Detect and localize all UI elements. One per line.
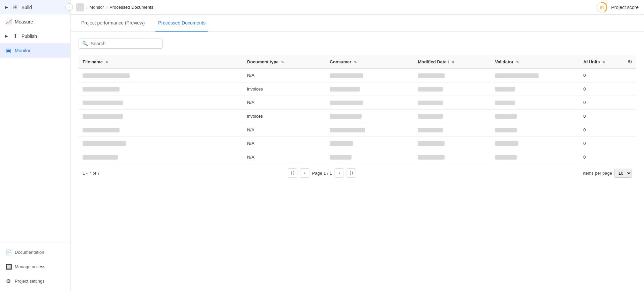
cell-filename-3 [79, 109, 243, 123]
build-chevron-icon: ▶ [5, 5, 8, 9]
table-area: 🔍 File name ⇅ Document type ⇅ [71, 32, 644, 291]
cell-consumer-1 [326, 82, 414, 96]
sort-moddate-icon[interactable]: ⇅ [452, 60, 454, 64]
cell-moddate-0 [414, 69, 491, 82]
main-content: › Monitor › Processed Documents 64 Proje… [71, 0, 644, 291]
tab-processed-documents[interactable]: Processed Documents [155, 15, 208, 32]
info-moddate-icon: ℹ [448, 60, 449, 64]
score-value: 64 [600, 5, 604, 9]
table-row: invoices 0 [79, 109, 636, 123]
table-row: N/A 0 [79, 136, 636, 150]
cell-moddate-6 [414, 150, 491, 164]
pagination-first-button[interactable]: ⟨⟨ [288, 168, 297, 178]
sidebar-item-label-project-settings: Project settings [15, 279, 45, 284]
cell-actions-5 [624, 136, 636, 150]
sidebar-item-manage-access[interactable]: 🔲 Manage access [0, 259, 70, 274]
cell-doctype-3: invoices [243, 109, 326, 123]
sidebar-item-documentation[interactable]: 📄 Documentation [0, 245, 70, 259]
table-row: N/A 0 [79, 123, 636, 137]
project-score-widget: 64 Project score [596, 1, 639, 13]
sidebar-item-project-settings[interactable]: ⚙ Project settings [0, 274, 70, 288]
tab-bar: Project performance (Preview) Processed … [71, 15, 644, 32]
cell-actions-0 [624, 69, 636, 82]
cell-moddate-2 [414, 96, 491, 110]
breadcrumb-monitor: Monitor [89, 5, 104, 10]
search-box: 🔍 [79, 39, 163, 49]
cell-aiunits-3: 0 [579, 109, 624, 123]
measure-icon: 📈 [5, 18, 11, 25]
publish-icon: ⬆ [12, 33, 18, 39]
cell-validator-0 [491, 69, 579, 82]
sidebar-item-publish[interactable]: ▶ ⬆ Publish [0, 29, 70, 43]
th-moddate: Modified Date ℹ ⇅ [414, 55, 491, 69]
cell-consumer-4 [326, 123, 414, 137]
cell-doctype-6: N/A [243, 150, 326, 164]
monitor-icon: ▣ [5, 47, 11, 54]
sort-consumer-icon[interactable]: ⇅ [354, 60, 357, 64]
sidebar-collapse-button[interactable]: ‹ [65, 3, 73, 11]
sidebar-item-build[interactable]: ▶ ⊞ Build [0, 0, 70, 14]
documentation-icon: 📄 [5, 249, 11, 255]
cell-moddate-5 [414, 136, 491, 150]
table-row: N/A 0 [79, 96, 636, 110]
sort-filename-icon[interactable]: ⇅ [105, 60, 108, 64]
sort-doctype-icon[interactable]: ⇅ [281, 60, 284, 64]
cell-moddate-4 [414, 123, 491, 137]
cell-validator-3 [491, 109, 579, 123]
pagination-last-button[interactable]: ⟩⟩ [347, 168, 356, 178]
sidebar-item-monitor[interactable]: ▣ Monitor [0, 43, 70, 58]
breadcrumb-sep-1: › [86, 5, 87, 10]
pagination-range: 1 - 7 of 7 [83, 171, 100, 176]
pagination-prev-button[interactable]: ‹ [300, 168, 309, 178]
breadcrumb-sep-2: › [106, 5, 107, 10]
table-body: N/A 0 invoices [79, 69, 636, 164]
table-row: N/A 0 [79, 69, 636, 82]
cell-actions-1 [624, 82, 636, 96]
content-area: Project performance (Preview) Processed … [71, 15, 644, 291]
cell-aiunits-1: 0 [579, 82, 624, 96]
project-score-label: Project score [611, 5, 639, 10]
cell-doctype-4: N/A [243, 123, 326, 137]
search-input[interactable] [91, 41, 159, 46]
th-refresh: ↻ [624, 55, 636, 69]
cell-consumer-5 [326, 136, 414, 150]
cell-aiunits-2: 0 [579, 96, 624, 110]
tab-performance[interactable]: Project performance (Preview) [79, 15, 147, 32]
sort-aiunits-icon[interactable]: ⇅ [602, 60, 605, 64]
topbar: › Monitor › Processed Documents 64 Proje… [71, 0, 644, 15]
app-icon [76, 3, 84, 11]
cell-filename-1 [79, 82, 243, 96]
sidebar-item-label-publish: Publish [21, 34, 37, 39]
refresh-icon[interactable]: ↻ [628, 59, 632, 65]
cell-actions-6 [624, 150, 636, 164]
th-doctype: Document type ⇅ [243, 55, 326, 69]
sidebar: ▶ ⊞ Build 📈 Measure ▶ ⬆ Publish ▣ Monito… [0, 0, 71, 291]
table-row: N/A 0 [79, 150, 636, 164]
sidebar-nav: ▶ ⊞ Build 📈 Measure ▶ ⬆ Publish ▣ Monito… [0, 0, 70, 242]
sidebar-item-label-documentation: Documentation [15, 250, 44, 255]
th-filename: File name ⇅ [79, 55, 243, 69]
cell-doctype-5: N/A [243, 136, 326, 150]
search-icon: 🔍 [82, 41, 88, 46]
pagination: 1 - 7 of 7 ⟨⟨ ‹ Page 1 / 1 › ⟩⟩ Items pe… [79, 164, 636, 182]
table-row: invoices 0 [79, 82, 636, 96]
cell-filename-2 [79, 96, 243, 110]
project-settings-icon: ⚙ [5, 278, 11, 284]
cell-validator-5 [491, 136, 579, 150]
cell-validator-2 [491, 96, 579, 110]
items-per-page-select[interactable]: 10 5 20 50 [614, 169, 632, 178]
cell-actions-2 [624, 96, 636, 110]
items-per-page-label: Items per page [583, 171, 612, 176]
documents-table: File name ⇅ Document type ⇅ Consumer ⇅ [79, 55, 636, 164]
pagination-next-button[interactable]: › [335, 168, 344, 178]
sidebar-item-measure[interactable]: 📈 Measure [0, 14, 70, 29]
th-aiunits: AI Units ⇅ [579, 55, 624, 69]
cell-aiunits-4: 0 [579, 123, 624, 137]
sort-validator-icon[interactable]: ⇅ [516, 60, 519, 64]
cell-consumer-2 [326, 96, 414, 110]
sidebar-item-label-manage-access: Manage access [15, 264, 45, 269]
cell-filename-5 [79, 136, 243, 150]
cell-consumer-0 [326, 69, 414, 82]
cell-aiunits-0: 0 [579, 69, 624, 82]
pagination-page-label: Page 1 / 1 [312, 171, 332, 176]
